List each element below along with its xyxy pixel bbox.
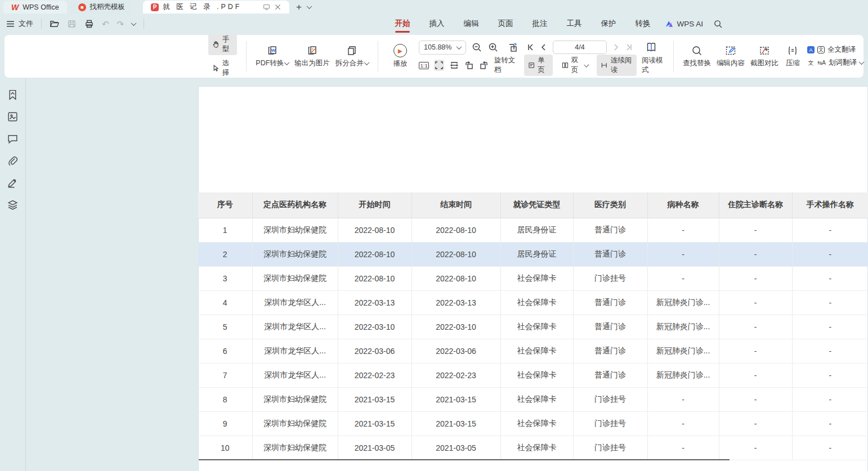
pdf-convert-button[interactable]: W PDF转换: [256, 45, 289, 68]
table-cell: -: [719, 363, 792, 387]
menu-tab[interactable]: 保护: [591, 14, 625, 34]
tab-document-pdf[interactable]: P 就 医 记 录 .PDF: [143, 1, 289, 14]
menu-tab[interactable]: 页面: [488, 14, 522, 34]
word-translate-label: 划词翻译: [829, 58, 857, 68]
quick-access-chevron-icon[interactable]: [131, 20, 137, 26]
save-icon[interactable]: [67, 19, 77, 29]
attachment-icon[interactable]: [7, 155, 19, 167]
table-cell: 2022-02-23: [411, 363, 500, 387]
table-cell: -: [719, 315, 792, 339]
table-cell: 2022-03-06: [338, 339, 411, 363]
comment-icon[interactable]: [7, 133, 19, 145]
new-tab-button[interactable]: +: [296, 1, 302, 14]
table-cell: 9: [198, 411, 252, 436]
prev-page-icon[interactable]: [540, 43, 548, 51]
word-translate-button[interactable]: 文⇆A 划词翻译: [807, 58, 863, 68]
actual-size-button[interactable]: 1:1: [419, 62, 429, 69]
chevron-down-icon: [364, 60, 369, 65]
bookmark-icon[interactable]: [7, 89, 19, 101]
table-cell: 深圳市龙华区人...: [252, 339, 338, 363]
table-cell: 2021-03-05: [411, 436, 500, 460]
select-tool-button[interactable]: 选择: [208, 57, 237, 79]
table-cell: 2021-03-15: [411, 411, 500, 436]
edit-content-button[interactable]: 编辑内容: [717, 45, 745, 68]
close-tab-icon[interactable]: [274, 3, 281, 11]
tab-list-chevron-icon[interactable]: [307, 3, 312, 9]
horizontal-scrollbar[interactable]: [199, 459, 730, 460]
play-label: 播放: [393, 59, 407, 69]
window-tab-bar: W WPS Office ■ 找稻壳模板 P 就 医 记 录 .PDF +: [0, 0, 868, 14]
hand-tool-button[interactable]: 手型: [208, 34, 237, 55]
zoom-out-icon[interactable]: [471, 42, 482, 53]
wps-ai-icon: [665, 20, 673, 28]
find-replace-button[interactable]: 查找替换: [683, 45, 711, 68]
compress-button[interactable]: 压缩: [784, 45, 802, 68]
last-page-icon[interactable]: [625, 43, 633, 51]
redo-icon[interactable]: ↷: [117, 20, 124, 28]
menu-tab[interactable]: 批注: [522, 14, 557, 34]
first-page-icon[interactable]: [527, 43, 535, 51]
fit-width-button[interactable]: [449, 60, 459, 71]
fit-page-button[interactable]: [434, 60, 444, 71]
zoom-in-icon[interactable]: [487, 42, 499, 53]
menu-tab[interactable]: 编辑: [454, 14, 488, 34]
tab-docer-templates[interactable]: ■ 找稻壳模板: [70, 1, 133, 14]
ribbon-tabs: 开始插入编辑页面批注工具保护转换: [385, 14, 660, 34]
rotate-doc-label[interactable]: 旋转文档: [494, 56, 517, 75]
export-image-icon: [307, 45, 318, 56]
menu-tab[interactable]: 开始: [385, 14, 419, 34]
wps-logo-icon: W: [11, 3, 19, 12]
print-icon[interactable]: [84, 19, 94, 29]
table-cell: 2022-02-23: [338, 363, 411, 387]
document-scroll-area[interactable]: 序号定点医药机构名称开始时间结束时间就诊凭证类型医疗类别病种名称住院主诊断名称手…: [26, 78, 868, 471]
table-cell: 2021-03-15: [411, 387, 500, 411]
table-cell: 门诊挂号: [573, 387, 647, 411]
continuous-read-icon: [601, 61, 608, 70]
column-header: 就诊凭证类型: [500, 192, 573, 218]
next-page-icon[interactable]: [612, 43, 620, 51]
rotate-left-button[interactable]: [464, 60, 475, 71]
document-workspace: 序号定点医药机构名称开始时间结束时间就诊凭证类型医疗类别病种名称住院主诊断名称手…: [0, 78, 868, 471]
screenshot-compare-button[interactable]: 截图对比: [750, 45, 778, 68]
continuous-read-button[interactable]: 连续阅读: [597, 55, 637, 76]
table-cell: 普通门诊: [573, 242, 647, 266]
export-image-button[interactable]: 输出为图片: [294, 45, 330, 68]
open-file-icon[interactable]: [50, 19, 59, 29]
single-page-icon: [528, 61, 535, 70]
read-mode-label[interactable]: 阅读模式: [642, 56, 664, 75]
translate-group: A文 全文翻译 文⇆A 划词翻译: [807, 45, 863, 68]
zoom-level-select[interactable]: 105.88%: [419, 41, 466, 55]
double-page-button[interactable]: 双页: [558, 55, 592, 76]
menu-tab[interactable]: 转换: [625, 14, 660, 34]
layers-icon[interactable]: [7, 199, 19, 210]
play-button[interactable]: ▶ 播放: [387, 44, 413, 69]
monitor-icon[interactable]: [263, 3, 270, 11]
read-mode-icon[interactable]: [646, 42, 657, 53]
rotate-left-icon: [464, 61, 473, 70]
table-cell: 新冠肺炎门诊...: [647, 290, 719, 315]
tab-wps-office[interactable]: W WPS Office: [3, 1, 67, 14]
table-cell: 社会保障卡: [500, 387, 573, 411]
rotate-right-button[interactable]: [479, 60, 489, 71]
menu-tab[interactable]: 插入: [419, 14, 454, 34]
thumbnail-icon[interactable]: [7, 111, 19, 123]
left-sidebar: [0, 78, 26, 471]
file-menu-button[interactable]: 文件: [6, 19, 33, 29]
wps-ai-button[interactable]: WPS AI: [660, 20, 709, 28]
header-row: 序号定点医药机构名称开始时间结束时间就诊凭证类型医疗类别病种名称住院主诊断名称手…: [198, 192, 868, 218]
single-page-button[interactable]: 单页: [524, 55, 553, 76]
table-cell: -: [719, 411, 792, 436]
search-icon[interactable]: [713, 19, 723, 29]
full-translate-button[interactable]: A文 全文翻译: [807, 45, 863, 55]
view-controls-group: 105.88% 4/4 1:1: [419, 40, 664, 73]
page-number-input[interactable]: 4/4: [553, 41, 607, 54]
pdf-file-icon: P: [151, 3, 159, 11]
menu-tab[interactable]: 工具: [557, 14, 591, 34]
table-cell: 新冠肺炎门诊...: [647, 363, 719, 387]
signature-icon[interactable]: [7, 177, 19, 189]
undo-icon[interactable]: ↶: [102, 20, 109, 28]
split-merge-button[interactable]: 拆分合并: [335, 45, 369, 68]
rotate-pages-icon[interactable]: [507, 42, 518, 53]
find-replace-label: 查找替换: [683, 59, 711, 68]
hand-icon: [212, 40, 220, 49]
